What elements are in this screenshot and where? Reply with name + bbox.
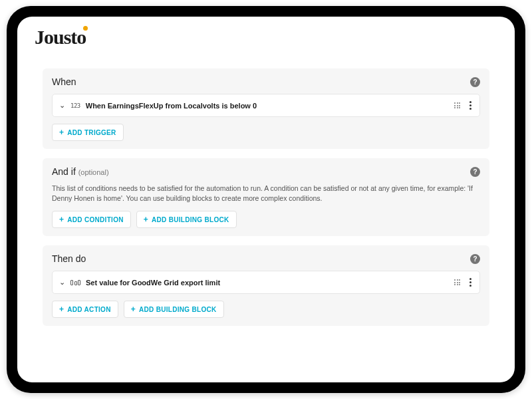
help-icon[interactable]: ?	[470, 254, 480, 264]
when-buttons: +ADD TRIGGER	[52, 124, 480, 141]
when-header: When ?	[52, 76, 480, 87]
card-actions	[454, 277, 473, 288]
plus-icon: +	[59, 305, 64, 313]
app-logo: Jousto	[35, 26, 90, 49]
kebab-menu-icon[interactable]	[468, 277, 473, 288]
andif-section: And if (optional) ? This list of conditi…	[43, 158, 489, 236]
action-text: Set value for GoodWe Grid export limit	[86, 279, 454, 287]
chevron-down-icon[interactable]: ⌄	[59, 278, 65, 287]
add-action-button[interactable]: +ADD ACTION	[52, 301, 118, 318]
andif-title: And if (optional)	[52, 166, 109, 177]
add-building-block-label: ADD BUILDING BLOCK	[152, 216, 229, 223]
trigger-card[interactable]: ⌄ 123 When EarningsFlexUp from Localvolt…	[52, 94, 480, 117]
logo-dot-icon	[83, 26, 88, 31]
plus-icon: +	[59, 215, 64, 223]
add-condition-label: ADD CONDITION	[67, 216, 123, 223]
add-building-block-label: ADD BUILDING BLOCK	[139, 306, 217, 313]
add-action-label: ADD ACTION	[67, 306, 110, 313]
chevron-down-icon[interactable]: ⌄	[59, 101, 65, 110]
andif-buttons: +ADD CONDITION +ADD BUILDING BLOCK	[52, 211, 480, 228]
trigger-text: When EarningsFlexUp from Localvolts is b…	[86, 102, 454, 110]
drag-handle-icon[interactable]	[454, 102, 460, 108]
andif-description: This list of conditions needs to be sati…	[52, 184, 480, 203]
plus-icon: +	[144, 215, 148, 223]
screen: Jousto When ? ⌄ 123 When EarningsFlexUp …	[17, 17, 515, 382]
tablet-frame: Jousto When ? ⌄ 123 When EarningsFlexUp …	[7, 6, 525, 393]
help-icon[interactable]: ?	[470, 77, 480, 87]
kebab-menu-icon[interactable]	[468, 100, 473, 111]
add-building-block-button[interactable]: +ADD BUILDING BLOCK	[124, 301, 224, 318]
add-building-block-button[interactable]: +ADD BUILDING BLOCK	[136, 211, 237, 228]
add-condition-button[interactable]: +ADD CONDITION	[52, 211, 131, 228]
thendo-header: Then do ?	[52, 253, 480, 264]
content-area: When ? ⌄ 123 When EarningsFlexUp from Lo…	[43, 68, 489, 372]
thendo-title: Then do	[52, 253, 86, 264]
andif-header: And if (optional) ?	[52, 166, 480, 177]
logo-text: Jousto	[35, 26, 86, 48]
card-actions	[454, 100, 473, 111]
when-title: When	[52, 76, 76, 87]
andif-title-text: And if	[52, 166, 76, 177]
help-icon[interactable]: ?	[470, 167, 480, 177]
thendo-section: Then do ? ⌄ Set value for GoodWe Grid ex…	[43, 245, 489, 326]
when-section: When ? ⌄ 123 When EarningsFlexUp from Lo…	[43, 68, 489, 149]
plus-icon: +	[59, 128, 64, 136]
add-trigger-button[interactable]: +ADD TRIGGER	[52, 124, 124, 141]
numeric-icon: 123	[70, 102, 80, 109]
action-card[interactable]: ⌄ Set value for GoodWe Grid export limit	[52, 271, 480, 294]
thendo-buttons: +ADD ACTION +ADD BUILDING BLOCK	[52, 301, 480, 318]
add-trigger-label: ADD TRIGGER	[67, 129, 116, 136]
optional-label: (optional)	[78, 168, 109, 176]
device-icon	[70, 280, 80, 285]
plus-icon: +	[131, 305, 136, 313]
drag-handle-icon[interactable]	[454, 279, 460, 285]
